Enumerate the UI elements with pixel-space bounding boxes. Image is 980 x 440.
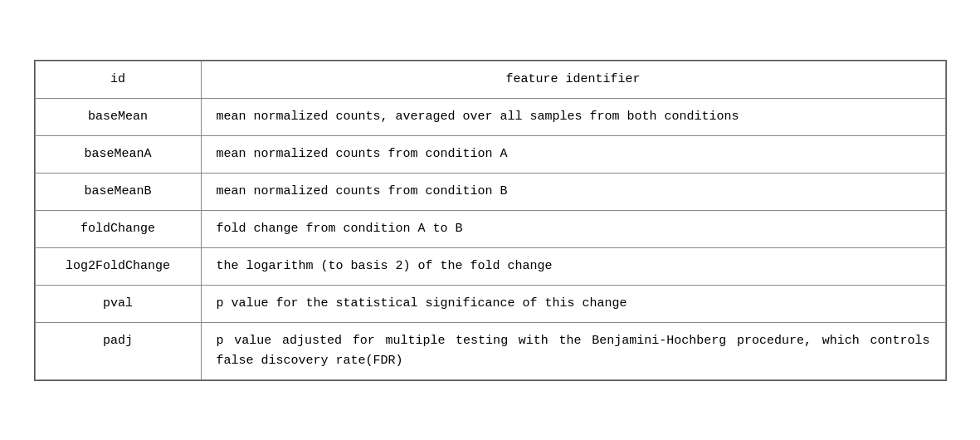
header-id: id bbox=[35, 61, 201, 98]
cell-description: p value for the statistical significance… bbox=[201, 285, 945, 322]
table-row: log2FoldChangethe logarithm (to basis 2)… bbox=[35, 247, 945, 285]
cell-description: mean normalized counts from condition B bbox=[201, 173, 945, 210]
table-row: padjp value adjusted for multiple testin… bbox=[35, 322, 945, 379]
table-row: baseMeanBmean normalized counts from con… bbox=[35, 173, 945, 210]
cell-description: fold change from condition A to B bbox=[201, 210, 945, 247]
cell-description: p value adjusted for multiple testing wi… bbox=[201, 322, 945, 379]
table-row: baseMeanAmean normalized counts from con… bbox=[35, 135, 945, 173]
data-table: id feature identifier baseMeanmean norma… bbox=[35, 61, 946, 380]
cell-description: mean normalized counts from condition A bbox=[201, 135, 945, 173]
cell-description: mean normalized counts, averaged over al… bbox=[201, 98, 945, 135]
header-row: id feature identifier bbox=[35, 61, 945, 98]
cell-id: baseMean bbox=[35, 98, 201, 135]
cell-id: foldChange bbox=[35, 210, 201, 247]
cell-id: padj bbox=[35, 322, 201, 379]
table-row: baseMeanmean normalized counts, averaged… bbox=[35, 98, 945, 135]
cell-id: pval bbox=[35, 285, 201, 322]
main-table-container: id feature identifier baseMeanmean norma… bbox=[34, 60, 947, 381]
cell-description: the logarithm (to basis 2) of the fold c… bbox=[201, 247, 945, 285]
cell-id: baseMeanB bbox=[35, 173, 201, 210]
header-feature-identifier: feature identifier bbox=[201, 61, 945, 98]
table-row: pvalp value for the statistical signific… bbox=[35, 285, 945, 322]
cell-id: log2FoldChange bbox=[35, 247, 201, 285]
table-row: foldChangefold change from condition A t… bbox=[35, 210, 945, 247]
cell-id: baseMeanA bbox=[35, 135, 201, 173]
